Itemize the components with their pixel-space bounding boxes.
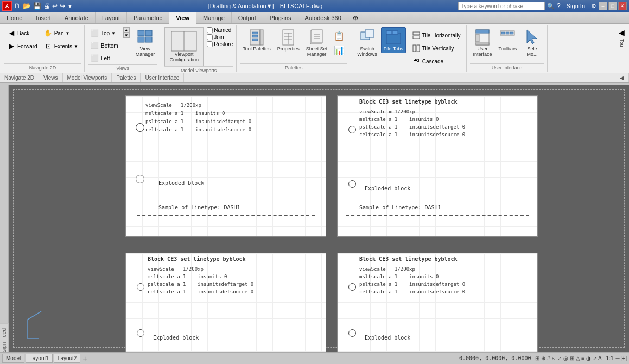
svg-rect-7 [252,32,258,34]
top-dropdown-icon[interactable]: ▼ [111,31,116,36]
status-annotation-icon[interactable]: A [598,355,602,361]
toolbars-button[interactable]: Toolbars [495,27,519,53]
extents-button[interactable]: ⊡ Extents ▼ [41,40,81,52]
svg-rect-37 [510,32,513,34]
status-osnap-icon[interactable]: ◎ [563,355,568,361]
status-layout1-label[interactable]: Layout1 [26,354,53,363]
bottom-view-button[interactable]: ⬜ Bottom [88,40,121,52]
switch-windows-button[interactable]: SwitchWindows [354,27,380,59]
settings-icon[interactable]: ⚙ [591,3,596,10]
cascade-button[interactable]: 🗗 Cascade [409,55,463,67]
tab-insert[interactable]: Insert [29,12,58,23]
tab-home[interactable]: Home [0,12,29,23]
left-view-icon: ⬜ [91,54,99,62]
navigate-label-bar[interactable]: Navigate 2D [0,73,39,82]
add-layout-icon[interactable]: + [82,354,87,363]
join-checkbox[interactable]: Join [207,34,233,40]
top-view-button[interactable]: ⬜ Top ▼ [88,27,121,39]
maximize-button[interactable]: □ [608,2,617,10]
ribbon-expand-button[interactable]: ◀ [617,27,627,38]
svg-rect-10 [260,30,263,45]
views-stack: ⬜ Top ▼ ⬜ Bottom ⬜ Left [88,27,121,64]
view-manager-button[interactable]: ViewManager [133,27,158,59]
left-view-button[interactable]: ⬜ Left [88,52,121,64]
status-layout2-label[interactable]: Layout2 [54,354,81,363]
svg-rect-2 [138,37,144,42]
views-scroll-down[interactable]: ▼ [123,33,130,38]
help-icon[interactable]: ? [557,2,561,10]
status-zoom[interactable]: ─ [616,355,620,361]
tab-view[interactable]: View [169,12,196,24]
model-viewports-label-bar[interactable]: Model Viewports [63,73,112,82]
pan-button[interactable]: ✋ Pan ▼ [41,27,81,39]
expand-label-bar[interactable]: ◀ [615,73,629,82]
restore-checkbox[interactable]: Restore [207,41,233,47]
tile-horizontally-button[interactable]: Tile Horizontally [409,29,463,41]
extra-palette-btn1[interactable]: 📋 [331,29,347,43]
status-model-label[interactable]: Model [2,354,24,363]
tool-palettes-label: Tool Palettes [243,46,271,52]
sheet-set-manager-button[interactable]: Sheet SetManager [303,27,331,59]
status-pan-ctrl[interactable]: [+] [621,355,627,361]
views-label-bar[interactable]: Views [39,73,63,82]
vp3-title: Block CE3 set linetype byblock [148,256,246,262]
status-grid-icon[interactable]: # [547,355,550,361]
vp2-dashed-line [346,215,529,216]
select-mode-button[interactable]: SeleMo... [521,27,544,59]
search-input[interactable] [458,2,545,10]
ribbon-expand-area: ◀ Tou [617,25,627,72]
close-button[interactable]: ✕ [618,2,627,10]
search-icon[interactable]: 🔍 [547,3,555,10]
tab-layout[interactable]: Layout [96,12,127,23]
redo-icon[interactable]: ↪ [60,2,65,10]
user-interface-label-bar[interactable]: User Interface [141,73,184,82]
extra-tab-icon[interactable]: ⊕ [351,12,360,23]
vp2-text-block: viewScale = 1/200xp msltscale a 1 insuni… [359,108,465,138]
tab-autodesk360[interactable]: Autodesk 360 [298,12,348,23]
pan-dropdown-icon[interactable]: ▼ [65,31,69,36]
properties-button[interactable]: Properties [275,27,302,53]
tab-plugins[interactable]: Plug-ins [263,12,298,23]
user-interface-button[interactable]: UserInterface [470,27,494,59]
sign-in-button[interactable]: Sign In [563,2,589,10]
open-icon[interactable]: 📂 [23,2,31,10]
tab-annotate[interactable]: Annotate [58,12,96,23]
tile-vertically-button[interactable]: Tile Vertically [409,42,463,54]
status-scale[interactable]: 1:1 [606,355,614,361]
status-3d-icon[interactable]: △ [576,355,580,361]
named-checkbox[interactable]: Named [207,27,233,33]
palettes-group-label: Palettes [240,63,347,71]
status-snap-icon[interactable]: ⊕ [541,355,545,361]
viewport-config-button[interactable]: ViewportConfiguration [164,27,204,66]
dropdown-icon[interactable]: ▼ [67,3,73,9]
viewport-config-label: ViewportConfiguration [169,52,199,62]
palettes-label-bar[interactable]: Palettes [112,73,141,82]
status-selection-icon[interactable]: ↗ [593,355,597,361]
tab-output[interactable]: Output [232,12,263,23]
file-tabs-button[interactable]: File Tabs [381,27,406,53]
tool-palettes-button[interactable]: Tool Palettes [240,27,274,53]
save-icon[interactable]: 💾 [33,2,41,10]
new-icon[interactable]: 🗋 [14,2,21,10]
status-model-icon[interactable]: ⊞ [535,355,539,361]
print-icon[interactable]: 🖨 [43,2,50,10]
undo-icon[interactable]: ↩ [52,2,58,10]
tab-manage[interactable]: Manage [196,12,232,23]
restore-checkbox-input[interactable] [207,41,213,47]
forward-button[interactable]: ▶ Forward [4,40,40,52]
status-ortho-icon[interactable]: ⊾ [551,355,556,361]
tab-parametric[interactable]: Parametric [127,12,169,23]
status-polar-icon[interactable]: ⊿ [557,355,562,361]
join-checkbox-input[interactable] [207,34,213,40]
status-otrack-icon[interactable]: ⊞ [570,355,574,361]
extra-palette-btn2[interactable]: 📊 [331,43,347,57]
named-checkbox-input[interactable] [207,27,213,33]
switch-windows-label: SwitchWindows [357,46,377,57]
tool-palettes-icon [248,29,265,46]
extents-dropdown-icon[interactable]: ▼ [74,44,78,49]
status-transparency-icon[interactable]: ◑ [586,355,591,361]
status-lineweight-icon[interactable]: ≡ [581,355,584,361]
minimize-button[interactable]: – [599,2,607,10]
views-scroll-up[interactable]: ▲ [123,27,130,33]
back-button[interactable]: ◀ Back [4,27,40,39]
